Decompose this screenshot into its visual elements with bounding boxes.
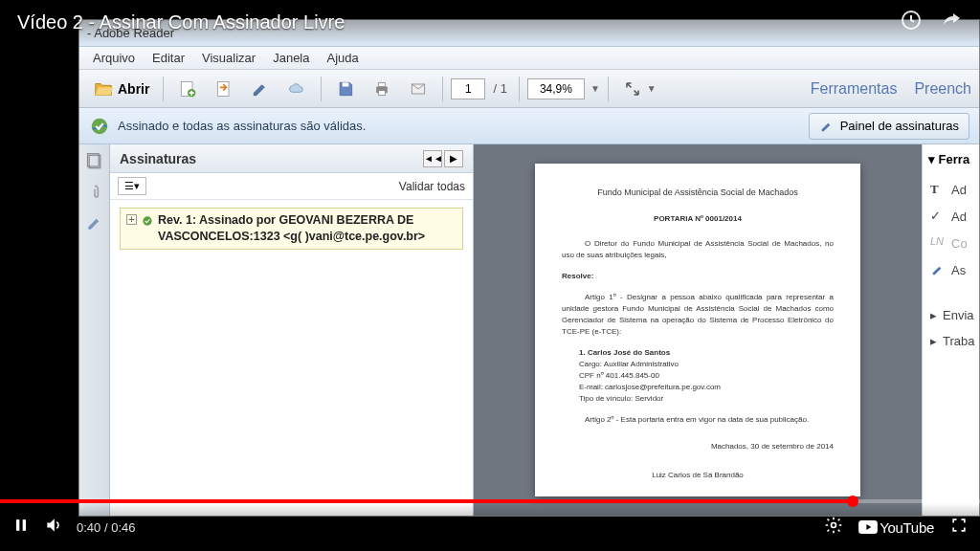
print-icon	[371, 78, 392, 99]
save-icon	[335, 78, 356, 99]
page-number-input[interactable]	[451, 78, 485, 99]
cloud-icon	[286, 78, 307, 99]
open-label: Abrir	[118, 81, 149, 97]
fill-sign-link[interactable]: Preench	[914, 80, 971, 98]
export-icon	[213, 78, 234, 99]
svg-rect-14	[23, 519, 26, 531]
progress-fill	[0, 499, 853, 503]
progress-handle[interactable]	[847, 496, 858, 507]
signatures-panel: Assinaturas ◄◄ ▶ ☰▾ Validar todas + Rev.…	[110, 144, 474, 516]
sig-options-dropdown[interactable]: ☰▾	[118, 177, 146, 195]
validate-all-link[interactable]: Validar todas	[399, 180, 465, 193]
rp-initials[interactable]: LNCo	[928, 230, 973, 256]
signatures-rail-icon[interactable]	[85, 213, 104, 232]
folder-open-icon	[93, 78, 114, 99]
read-mode-button[interactable]: ▼	[616, 75, 662, 103]
signature-banner: Assinado e todas as assinaturas são váli…	[79, 108, 979, 144]
rp-add-check[interactable]: ✓Ad	[928, 203, 973, 230]
zoom-dropdown-icon[interactable]: ▼	[590, 83, 600, 94]
save-button[interactable]	[329, 75, 362, 103]
doc-header: Fundo Municipal de Assistência Social de…	[562, 187, 834, 200]
rosette-icon	[141, 214, 154, 228]
signature-pen-icon	[819, 119, 835, 134]
right-tools-panel: ▾ Ferra TAd ✓Ad LNCo As ▸ Envia ▸ Traba	[922, 144, 979, 516]
menu-ajuda[interactable]: Ajuda	[319, 48, 366, 68]
doc-person: 1. Carlos José do Santos Cargo: Auxiliar…	[579, 347, 834, 405]
doc-intro: O Diretor do Fundo Municipal de Assistên…	[562, 238, 834, 261]
fullscreen-button[interactable]	[949, 516, 969, 539]
sig-nav-next[interactable]: ▶	[444, 150, 463, 167]
svg-point-15	[832, 523, 836, 528]
create-pdf-icon	[177, 78, 198, 99]
svg-rect-2	[218, 81, 230, 96]
signatures-tree: + Rev. 1: Assinado por GEOVANI BEZERRA D…	[110, 200, 473, 257]
rp-send[interactable]: ▸ Envia	[928, 302, 973, 328]
pencil-icon	[250, 78, 271, 99]
open-button[interactable]: Abrir	[87, 75, 155, 103]
menubar: Arquivo Editar Visualizar Janela Ajuda	[79, 47, 979, 70]
time-display: 0:40 / 0:46	[77, 520, 135, 535]
doc-local-data: Machados, 30 de setembro de 2014	[562, 441, 834, 452]
menu-arquivo[interactable]: Arquivo	[85, 48, 143, 68]
volume-button[interactable]	[44, 516, 63, 539]
youtube-logo[interactable]: YouTube	[858, 519, 934, 536]
svg-rect-13	[16, 519, 19, 531]
menu-editar[interactable]: Editar	[145, 48, 192, 68]
signature-panel-label: Painel de assinaturas	[840, 119, 959, 133]
svg-rect-5	[379, 82, 386, 86]
main-area: Assinaturas ◄◄ ▶ ☰▾ Validar todas + Rev.…	[79, 144, 979, 516]
progress-bar[interactable]	[0, 499, 980, 503]
menu-janela[interactable]: Janela	[265, 48, 317, 68]
video-controls: 0:40 / 0:46 YouTube	[0, 499, 980, 551]
video-title-text: Vídeo 2 - Assinar Com Assinador Livre	[17, 11, 345, 33]
signature-entry[interactable]: + Rev. 1: Assinado por GEOVANI BEZERRA D…	[120, 208, 463, 250]
svg-rect-3	[343, 82, 349, 86]
signature-entry-text: Rev. 1: Assinado por GEOVANI BEZERRA DE …	[158, 212, 457, 245]
export-button[interactable]	[208, 75, 240, 103]
doc-art1: Artigo 1º - Designar a pessoa abaixo qua…	[562, 292, 834, 338]
signature-panel-button[interactable]: Painel de assinaturas	[809, 113, 969, 140]
document-view[interactable]: Fundo Municipal de Assistência Social de…	[474, 144, 922, 516]
expand-icon	[622, 78, 643, 99]
signatures-panel-header: Assinaturas ◄◄ ▶	[110, 144, 473, 173]
thumbnails-icon[interactable]	[85, 152, 104, 171]
svg-rect-6	[379, 90, 386, 95]
pause-button[interactable]	[11, 516, 31, 539]
signature-valid-icon	[89, 116, 110, 137]
sign-button[interactable]	[244, 75, 277, 103]
doc-art2: Artigo 2º - Esta portaria entra em vigor…	[562, 414, 834, 426]
print-button[interactable]	[366, 75, 398, 103]
expand-icon[interactable]: +	[126, 214, 137, 225]
zoom-input[interactable]	[527, 78, 585, 99]
rp-work[interactable]: ▸ Traba	[928, 328, 973, 354]
rp-add-text[interactable]: TAd	[928, 176, 973, 203]
cloud-button[interactable]	[280, 75, 313, 103]
doc-portaria: PORTARIA Nº 0001/2014	[562, 213, 834, 225]
rp-sign[interactable]: As	[928, 256, 973, 283]
sig-nav-prev[interactable]: ◄◄	[423, 150, 442, 167]
email-button[interactable]	[402, 75, 434, 103]
tools-link[interactable]: Ferramentas	[811, 80, 898, 98]
create-pdf-button[interactable]	[171, 75, 204, 103]
toolbar: Abrir / 1 ▼ ▼ Ferramentas Preench	[79, 70, 979, 108]
check-icon: ✓	[930, 209, 946, 224]
attachments-icon[interactable]	[85, 183, 104, 202]
signatures-panel-title: Assinaturas	[120, 151, 196, 166]
page-total: / 1	[493, 81, 506, 96]
adobe-reader-window: - Adobe Reader Arquivo Editar Visualizar…	[78, 19, 980, 517]
watch-later-icon[interactable]	[900, 9, 923, 36]
menu-visualizar[interactable]: Visualizar	[194, 48, 263, 68]
doc-signer: Luiz Carlos de Sá Brandão	[562, 470, 834, 481]
video-title-bar: Vídeo 2 - Assinar Com Assinador Livre	[0, 0, 980, 44]
signature-banner-message: Assinado e todas as assinaturas são váli…	[118, 119, 366, 133]
sign-icon	[930, 262, 946, 277]
pdf-page: Fundo Municipal de Assistência Social de…	[535, 164, 860, 496]
initials-icon: LN	[930, 235, 946, 251]
left-rail	[79, 144, 110, 516]
settings-button[interactable]	[824, 516, 843, 539]
share-icon[interactable]	[940, 9, 963, 36]
text-icon: T	[930, 182, 946, 197]
doc-resolve: Resolve:	[562, 271, 834, 282]
right-panel-title[interactable]: ▾ Ferra	[928, 152, 973, 166]
envelope-icon	[408, 78, 429, 99]
